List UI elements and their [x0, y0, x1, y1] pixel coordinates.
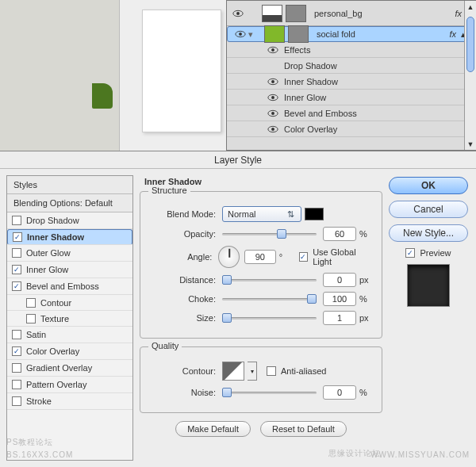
- noise-slider[interactable]: [222, 386, 317, 399]
- checkbox[interactable]: [13, 232, 22, 242]
- distance-slider[interactable]: [222, 274, 317, 286]
- effect-inner-glow[interactable]: Inner Glow: [227, 90, 476, 105]
- opacity-slider[interactable]: [222, 228, 317, 240]
- style-inner-shadow[interactable]: Inner Shadow: [7, 229, 132, 245]
- layer-thumbnail[interactable]: [262, 5, 282, 22]
- color-swatch[interactable]: [305, 208, 324, 220]
- contour-picker[interactable]: [222, 362, 244, 381]
- size-input[interactable]: 1: [323, 311, 356, 325]
- checkbox[interactable]: [12, 248, 21, 258]
- visibility-icon[interactable]: [265, 109, 281, 117]
- checkbox[interactable]: [26, 314, 36, 323]
- styles-header[interactable]: Styles: [7, 176, 132, 194]
- checkbox[interactable]: [26, 298, 36, 308]
- layer-row-personal-bg[interactable]: personal_bg fx ▾: [227, 1, 476, 26]
- visibility-icon[interactable]: [265, 125, 281, 133]
- new-style-button[interactable]: New Style...: [389, 224, 468, 242]
- style-outer-glow[interactable]: Outer Glow: [7, 245, 132, 262]
- dropdown-icon: ⇅: [285, 209, 296, 220]
- svg-point-9: [271, 96, 274, 99]
- effect-drop-shadow[interactable]: Drop Shadow: [227, 58, 476, 74]
- style-color-overlay[interactable]: Color Overlay: [7, 343, 132, 360]
- green-fold-shape: [92, 83, 113, 109]
- visibility-icon[interactable]: [265, 94, 281, 101]
- layer-style-dialog: Layer Style Styles Blending Options: Def…: [0, 151, 476, 467]
- opacity-input[interactable]: 60: [323, 227, 356, 241]
- preview-swatch: [407, 264, 450, 307]
- cancel-button[interactable]: Cancel: [389, 201, 468, 218]
- svg-point-1: [236, 12, 240, 15]
- blend-mode-select[interactable]: Normal⇅: [222, 206, 301, 222]
- checkbox[interactable]: [12, 330, 21, 339]
- svg-point-11: [271, 112, 274, 115]
- document-canvas: [0, 0, 226, 151]
- style-bevel-emboss[interactable]: Bevel and Emboss: [7, 278, 132, 295]
- layer-name[interactable]: personal_bg: [314, 9, 455, 18]
- dialog-actions: OK Cancel New Style... Preview: [389, 169, 476, 467]
- visibility-icon[interactable]: [265, 78, 281, 86]
- ok-button[interactable]: OK: [389, 177, 468, 194]
- scrollbar[interactable]: ▲ ▼: [464, 1, 476, 150]
- antialias-checkbox[interactable]: [267, 366, 276, 376]
- dialog-title: Layer Style: [0, 151, 476, 169]
- layer-row-social-fold[interactable]: ▾ social fold fx ▴: [227, 26, 476, 42]
- fx-badge[interactable]: fx: [449, 29, 456, 39]
- checkbox[interactable]: [12, 396, 21, 406]
- size-slider[interactable]: [222, 312, 317, 324]
- effect-inner-shadow[interactable]: Inner Shadow: [227, 74, 476, 90]
- layer-mask-thumbnail[interactable]: [286, 5, 306, 22]
- layers-panel: personal_bg fx ▾ ▾ social fold fx ▴ Effe…: [226, 0, 476, 151]
- layer-thumbnail[interactable]: [264, 25, 285, 43]
- effects-header[interactable]: Effects: [227, 42, 476, 58]
- svg-point-13: [271, 128, 274, 131]
- svg-point-7: [271, 80, 274, 83]
- fx-badge[interactable]: fx: [455, 9, 462, 18]
- scroll-thumb[interactable]: [466, 17, 474, 72]
- scroll-down-icon[interactable]: ▼: [465, 138, 476, 150]
- effect-bevel-emboss[interactable]: Bevel and Emboss: [227, 105, 476, 121]
- contour-dropdown[interactable]: ▾: [248, 362, 257, 381]
- style-inner-glow[interactable]: Inner Glow: [7, 262, 132, 278]
- checkbox[interactable]: [12, 265, 21, 274]
- watermark: WWW.MISSYUAN.COM: [370, 450, 470, 459]
- quality-group: Quality Contour: ▾ Anti-aliased Noise: 0…: [140, 346, 382, 413]
- global-light-checkbox[interactable]: [299, 252, 308, 262]
- settings-panel: Inner Shadow Structure Blend Mode: Norma…: [133, 169, 389, 467]
- checkbox[interactable]: [12, 216, 21, 225]
- style-pattern-overlay[interactable]: Pattern Overlay: [7, 377, 132, 393]
- style-contour[interactable]: Contour: [7, 295, 132, 311]
- checkbox[interactable]: [12, 281, 21, 291]
- distance-input[interactable]: 0: [323, 273, 356, 287]
- style-gradient-overlay[interactable]: Gradient Overlay: [7, 360, 132, 377]
- preview-checkbox[interactable]: [405, 248, 415, 258]
- svg-point-3: [239, 33, 242, 36]
- layer-mask-thumbnail[interactable]: [288, 25, 309, 43]
- artboard: [119, 0, 226, 151]
- checkbox[interactable]: [12, 363, 21, 373]
- noise-input[interactable]: 0: [323, 385, 356, 400]
- watermark: PS教程论坛: [6, 437, 53, 448]
- choke-input[interactable]: 100: [323, 292, 356, 306]
- layer-name[interactable]: social fold: [317, 29, 449, 39]
- checkbox[interactable]: [12, 346, 21, 356]
- checkbox[interactable]: [12, 380, 21, 389]
- make-default-button[interactable]: Make Default: [175, 421, 251, 437]
- visibility-icon[interactable]: [265, 46, 281, 54]
- style-stroke[interactable]: Stroke: [7, 393, 132, 410]
- chevron-down-icon[interactable]: ▾: [248, 29, 263, 40]
- structure-group: Structure Blend Mode: Normal⇅ Opacity: 6…: [140, 191, 382, 339]
- reset-default-button[interactable]: Reset to Default: [260, 421, 347, 437]
- effect-color-overlay[interactable]: Color Overlay: [227, 121, 476, 137]
- visibility-icon[interactable]: [230, 10, 246, 17]
- angle-input[interactable]: 90: [244, 250, 276, 264]
- blending-header[interactable]: Blending Options: Default: [7, 194, 132, 212]
- watermark: BS.16XX3.COM: [6, 450, 73, 459]
- choke-slider[interactable]: [222, 293, 317, 305]
- style-drop-shadow[interactable]: Drop Shadow: [7, 212, 132, 229]
- visibility-icon[interactable]: [232, 30, 248, 38]
- scroll-up-icon[interactable]: ▲: [465, 1, 476, 13]
- styles-list: Styles Blending Options: Default Drop Sh…: [6, 175, 133, 461]
- angle-dial[interactable]: [218, 246, 240, 268]
- style-satin[interactable]: Satin: [7, 327, 132, 343]
- style-texture[interactable]: Texture: [7, 311, 132, 327]
